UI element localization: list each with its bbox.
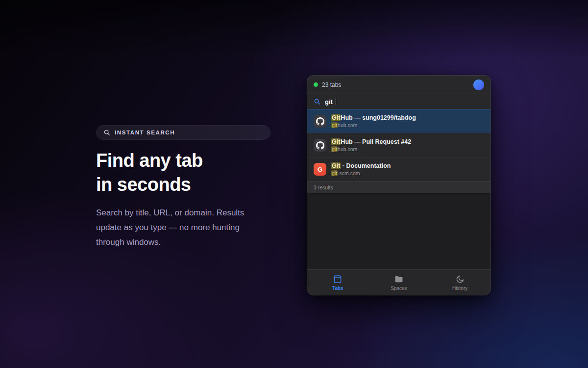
result-domain: git-scm.com	[331, 170, 391, 177]
search-results-list: GitHub — sung01299/tabdog github.com Git…	[307, 109, 490, 181]
hero-section: INSTANT SEARCH Find any tabin seconds Se…	[96, 125, 270, 250]
search-icon	[103, 129, 110, 136]
search-result-git-docs[interactable]: G Git - Documentation git-scm.com	[307, 157, 490, 181]
result-domain: github.com	[331, 146, 411, 153]
bottom-tab-bar: Tabs Spaces History	[307, 269, 490, 295]
page-description: Search by title, URL, or domain. Results…	[96, 206, 260, 250]
tab-label: History	[452, 286, 467, 291]
match-highlight: Git	[331, 114, 341, 121]
results-count-bar: 3 results	[307, 181, 490, 194]
match-highlight: git	[331, 122, 338, 128]
page-title: Find any tabin seconds	[96, 149, 270, 197]
git-icon: G	[314, 163, 326, 176]
instant-search-badge: INSTANT SEARCH	[96, 125, 270, 140]
github-icon	[314, 139, 326, 152]
match-highlight: Git	[331, 162, 341, 169]
match-highlight: git	[331, 146, 338, 152]
result-domain: github.com	[331, 122, 416, 129]
green-status-dot	[314, 82, 318, 87]
search-input[interactable]: git	[307, 94, 490, 109]
match-highlight: Git	[331, 138, 341, 145]
history-moon-icon	[455, 274, 465, 284]
tab-search-window: 23 tabs git GitHub — sung01299/tabdog gi…	[307, 75, 491, 295]
tab-label: Spaces	[391, 286, 407, 291]
result-title: GitHub — sung01299/tabdog	[331, 114, 416, 122]
results-count-label: 3 results	[314, 184, 333, 190]
window-header: 23 tabs	[307, 76, 490, 94]
result-title: GitHub — Pull Request #42	[331, 138, 411, 146]
search-result-github-pr[interactable]: GitHub — Pull Request #42 github.com	[307, 133, 490, 157]
text-cursor	[336, 98, 337, 105]
tab-spaces[interactable]: Spaces	[368, 270, 430, 295]
match-highlight: git	[331, 170, 338, 176]
tab-history[interactable]: History	[429, 270, 490, 295]
github-icon	[314, 115, 326, 128]
avatar-button[interactable]	[473, 79, 484, 90]
tab-tabs[interactable]: Tabs	[307, 270, 368, 295]
page-background: INSTANT SEARCH Find any tabin seconds Se…	[0, 0, 588, 368]
tab-label: Tabs	[332, 286, 343, 291]
search-icon	[314, 98, 320, 105]
search-result-github-tabdog[interactable]: GitHub — sung01299/tabdog github.com	[307, 109, 490, 133]
tab-count-label: 23 tabs	[322, 81, 341, 88]
search-query-text: git	[325, 98, 333, 105]
spaces-folder-icon	[394, 274, 404, 284]
title-line-1: Find any tab	[96, 150, 203, 171]
title-line-2: in seconds	[96, 174, 191, 195]
result-title: Git - Documentation	[331, 162, 391, 170]
results-empty-area	[307, 194, 490, 269]
badge-label: INSTANT SEARCH	[115, 130, 175, 135]
tabs-icon	[333, 274, 343, 284]
